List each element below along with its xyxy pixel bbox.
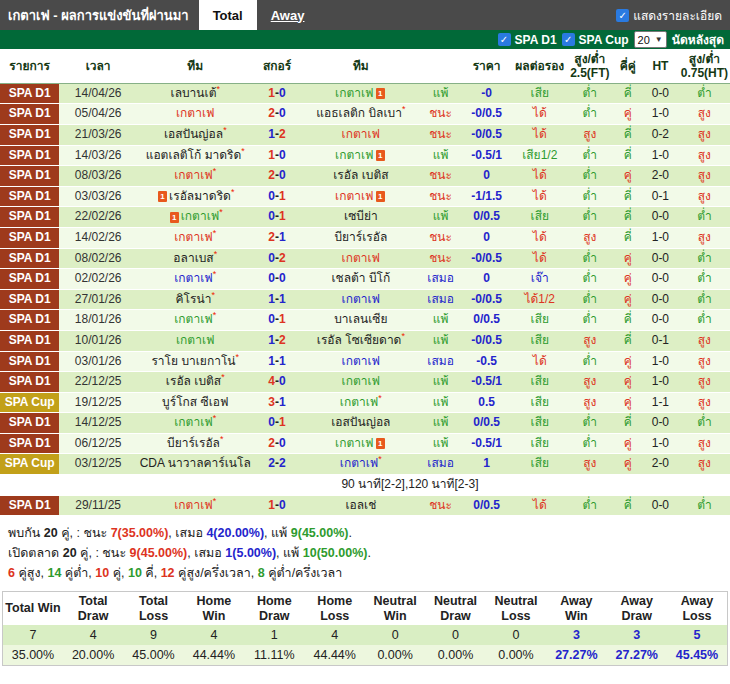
column-header-1: เวลา bbox=[59, 49, 137, 83]
stats-percent: 0.00% bbox=[365, 645, 425, 666]
match-row: SPA Cup19/12/25บูร์โกส ซีเอฟ3-1เกตาเฟ*แพ… bbox=[0, 392, 730, 413]
away-team-name: เกตาเฟ bbox=[335, 436, 374, 450]
home-team-name: แอตเลติโก้ มาดริด bbox=[146, 148, 242, 162]
result-text: แพ้ bbox=[421, 310, 460, 331]
match-row: SPA D114/02/26เกตาเฟ*2-1บียาร์เรอัลชนะ0ไ… bbox=[0, 227, 730, 248]
odd-even: คี่ bbox=[613, 227, 642, 248]
away-goals: 0 bbox=[279, 86, 286, 100]
home-advantage-star: * bbox=[219, 207, 223, 217]
home-team-name: เกตาเฟ bbox=[176, 333, 215, 347]
league-badge: SPA D1 bbox=[0, 495, 59, 516]
over-under-ft: สูง bbox=[566, 454, 613, 475]
over-under-ft: ต่ำ bbox=[566, 351, 613, 372]
match-row: SPA D118/01/26เกตาเฟ*0-1บาเลนเซียแพ้0/0.… bbox=[0, 310, 730, 331]
summary-line-3: 6 คู่สูง, 14 คู่ต่ำ, 10 คู่, 10 คี่, 12 … bbox=[8, 563, 722, 583]
over-under-ht: ต่ำ bbox=[679, 269, 730, 290]
home-team-name: เกตาเฟ bbox=[174, 498, 213, 512]
full-time-score: 1-2 bbox=[254, 124, 301, 145]
summary-segment: , เสมอ bbox=[168, 526, 206, 540]
over-under-ht: ต่ำ bbox=[679, 413, 730, 434]
home-team: เรอัล เบติส* bbox=[137, 372, 254, 393]
away-team: เรอัล เบติส bbox=[301, 166, 422, 187]
page-title: เกตาเฟ - ผลการแข่งขันที่ผ่านมา bbox=[0, 5, 199, 26]
stats-count: 1 bbox=[244, 625, 304, 645]
away-goals: 0 bbox=[279, 436, 286, 450]
match-row: SPA D105/04/26เกตาเฟ2-0แอธเลติก บิลเบา*ช… bbox=[0, 104, 730, 125]
handicap-odds: -0/0.5 bbox=[460, 330, 513, 351]
match-date: 22/02/26 bbox=[59, 207, 137, 228]
stats-column-5: Home Loss bbox=[305, 592, 365, 625]
home-team-name: เกตาเฟ bbox=[174, 230, 213, 244]
handicap-result: ได้ bbox=[513, 124, 566, 145]
summary-segment: 9(45.00%) bbox=[130, 546, 188, 560]
home-advantage-star: * bbox=[213, 166, 217, 176]
result-text: ชนะ bbox=[421, 186, 460, 207]
odd-even: คี่ bbox=[613, 83, 642, 104]
handicap-result: เสีย bbox=[513, 413, 566, 434]
summary-segment: 10(50.00%) bbox=[303, 546, 368, 560]
match-row: SPA D121/03/26เอสปันญ่อล*1-2เกตาเฟชนะ-0/… bbox=[0, 124, 730, 145]
summary-segment: 14 bbox=[47, 566, 61, 580]
tab-away[interactable]: Away bbox=[257, 0, 319, 30]
half-time-score: 0-0 bbox=[642, 310, 679, 331]
away-team: แอธเลติก บิลเบา* bbox=[301, 104, 422, 125]
away-team: เกตาเฟ bbox=[301, 351, 422, 372]
match-date: 14/02/26 bbox=[59, 227, 137, 248]
home-team: เลบานเต้* bbox=[137, 83, 254, 104]
stats-column-6: Neutral Win bbox=[365, 592, 425, 625]
home-team-name: เกตาเฟ bbox=[174, 271, 213, 285]
spa-cup-checkbox[interactable]: ✓ SPA Cup bbox=[562, 33, 629, 47]
match-date: 02/02/26 bbox=[59, 269, 137, 290]
half-time-score: 0-0 bbox=[642, 83, 679, 104]
handicap-odds: -0.5/1 bbox=[460, 372, 513, 393]
away-goals: 0 bbox=[279, 271, 286, 285]
result-text: แพ้ bbox=[421, 330, 460, 351]
home-team: เกตาเฟ* bbox=[137, 166, 254, 187]
summary-segment: , แพ้ bbox=[264, 526, 291, 540]
away-team-name: เกตาเฟ bbox=[342, 374, 381, 388]
match-row: SPA D108/02/26อลาเบส*0-2เกตาเฟชนะ-0/0.5ไ… bbox=[0, 248, 730, 269]
match-history-panel: เกตาเฟ - ผลการแข่งขันที่ผ่านมา Total Awa… bbox=[0, 0, 730, 684]
stats-column-8: Neutral Loss bbox=[486, 592, 546, 625]
handicap-result: เจ๊า bbox=[513, 269, 566, 290]
summary-segment: . bbox=[367, 546, 370, 560]
over-under-ft: ต่ำ bbox=[566, 207, 613, 228]
over-under-ft: ต่ำ bbox=[566, 269, 613, 290]
handicap-odds: 0 bbox=[460, 269, 513, 290]
handicap-odds: -0 bbox=[460, 83, 513, 104]
over-under-ft: สูง bbox=[566, 330, 613, 351]
full-time-score: 1-2 bbox=[254, 330, 301, 351]
away-team: เกตาเฟ1 bbox=[301, 83, 422, 104]
league-badge: SPA D1 bbox=[0, 289, 59, 310]
stats-percent: 27.27% bbox=[546, 645, 606, 666]
full-time-score: 0-1 bbox=[254, 186, 301, 207]
show-details-checkbox[interactable]: ✓ แสดงรายละเอียด bbox=[616, 6, 730, 25]
handicap-result: เสีย bbox=[513, 372, 566, 393]
away-goals: 1 bbox=[279, 189, 286, 203]
home-team-name: เรอัล เบติส bbox=[166, 374, 221, 388]
half-time-score: 1-0 bbox=[642, 145, 679, 166]
handicap-result: ได้ bbox=[513, 227, 566, 248]
match-row: SPA D110/01/26เกตาเฟ1-2เรอัล โซเซียดาด*แ… bbox=[0, 330, 730, 351]
summary-segment: , แพ้ bbox=[276, 546, 303, 560]
summary-segment: , เสมอ bbox=[187, 546, 225, 560]
away-goals: 0 bbox=[279, 106, 286, 120]
handicap-odds: 1 bbox=[460, 454, 513, 475]
odd-even: คู่ bbox=[613, 289, 642, 310]
half-time-score: 0-1 bbox=[642, 186, 679, 207]
over-under-ht: ต่ำ bbox=[679, 83, 730, 104]
match-count-select[interactable]: 20 ▼ bbox=[634, 31, 667, 48]
full-time-score: 1-1 bbox=[254, 289, 301, 310]
home-team: เกตาเฟ* bbox=[137, 269, 254, 290]
stats-column-2: Total Loss bbox=[123, 592, 183, 625]
result-text: เสมอ bbox=[421, 351, 460, 372]
half-time-score: 0-0 bbox=[642, 495, 679, 516]
half-time-score: 0-1 bbox=[642, 330, 679, 351]
tab-total[interactable]: Total bbox=[199, 0, 257, 30]
result-text: แพ้ bbox=[421, 413, 460, 434]
spa-d1-checkbox[interactable]: ✓ SPA D1 bbox=[498, 33, 557, 47]
stats-percent: 0.00% bbox=[425, 645, 485, 666]
away-team-name: เกตาเฟ bbox=[340, 395, 379, 409]
stats-column-11: Away Loss bbox=[667, 592, 728, 625]
home-team-name: เกตาเฟ bbox=[174, 168, 213, 182]
